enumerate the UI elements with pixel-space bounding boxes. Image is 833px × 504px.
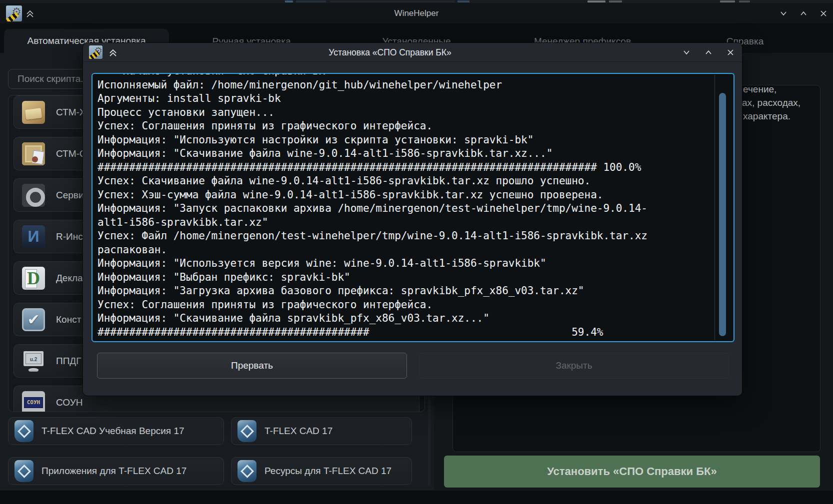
script-label: СОУН	[56, 397, 82, 408]
sliver-fragment	[609, 0, 622, 2]
install-log-text: Начало установки «СПО Справки БК»Исполня…	[92, 73, 734, 339]
dialog-button[interactable]: Прервать	[97, 353, 407, 379]
window-title: WineHelper	[0, 3, 833, 24]
script-icon: u.2	[22, 350, 45, 373]
log-line: alt1-i586-spravkibk.tar.xz"	[98, 216, 734, 230]
log-line: Информация: "Выбран префикс: spravki-bk"	[98, 271, 734, 285]
shortcut-button[interactable]: Приложения для T-FLEX CAD 17	[8, 457, 224, 485]
dialog-titlebar: Установка «СПО Справки БК»	[83, 43, 742, 62]
sliver-fragment	[285, 0, 293, 2]
log-line: Успех: Соглашения приняты из графическог…	[98, 298, 734, 312]
script-label: ППДГ	[56, 356, 81, 367]
description-fragment: ечение,	[743, 82, 776, 96]
script-label: СТМ-С	[56, 148, 86, 159]
log-line: распакован.	[98, 243, 734, 257]
dialog-minimize-icon[interactable]	[682, 48, 691, 57]
dialog-close-icon[interactable]	[726, 48, 735, 57]
sliver-fragment	[458, 0, 470, 2]
shortcut-label: Ресурсы для T-FLEX CAD 17	[264, 466, 392, 477]
dialog-button[interactable]: Закрыть	[419, 353, 729, 379]
shortcut-button[interactable]: T-FLEX CAD Учебная Версия 17	[8, 417, 224, 445]
log-line: Успех: Хэш-сумма файла wine-9.0.14-alt1-…	[98, 188, 734, 202]
log-line: Успех: Скачивание файла wine-9.0.14-alt1…	[98, 174, 734, 188]
log-scrollbar-thumb[interactable]	[719, 93, 726, 336]
log-line: Успех: Соглашения приняты из графическог…	[98, 119, 734, 133]
script-icon: И	[22, 225, 45, 248]
script-label: R-Инс	[56, 231, 83, 242]
log-line: Исполняемый файл: /home/minergenon/git_h…	[98, 78, 734, 92]
log-line: Начало установки «СПО Справки БК»	[98, 73, 734, 78]
sliver-fragment	[588, 0, 606, 2]
tflex-icon	[238, 460, 256, 482]
tflex-icon	[14, 460, 34, 482]
bottom-strip	[0, 491, 833, 504]
install-dialog: Установка «СПО Справки БК» Начало устано…	[82, 42, 742, 396]
log-line: Информация: "Скачивание файла wine-9.0.1…	[98, 147, 734, 161]
install-log-view: Начало установки «СПО Справки БК»Исполня…	[92, 73, 734, 342]
description-fragment: ах, расходах,	[742, 96, 800, 109]
log-line: Процесс установки запущен...	[98, 106, 734, 120]
log-line: Успех: Файл /home/minergenon/test-winehe…	[98, 229, 734, 243]
script-icon: ✔	[22, 308, 45, 331]
script-icon: СОУН	[22, 391, 45, 413]
description-fragment: характера.	[743, 109, 790, 123]
sliver-fragment	[330, 0, 455, 2]
script-icon	[22, 101, 45, 124]
log-line: Информация: "Используется версия wine: w…	[98, 257, 734, 271]
tflex-icon	[238, 420, 256, 442]
shortcut-button[interactable]: T-FLEX CAD 17	[231, 417, 412, 445]
log-line: Информация: "Скачивание файла spravkibk_…	[98, 312, 734, 326]
script-label: Декла	[56, 273, 83, 284]
shortcut-grid: T-FLEX CAD Учебная Версия 17 T-FLEX CAD …	[8, 417, 412, 485]
shortcut-label: T-FLEX CAD 17	[264, 426, 332, 437]
minimize-icon[interactable]	[779, 9, 788, 18]
tflex-icon	[14, 420, 34, 442]
shortcut-button[interactable]: Ресурсы для T-FLEX CAD 17	[231, 457, 412, 485]
log-line: ########################################…	[98, 326, 734, 340]
maximize-icon[interactable]	[799, 9, 808, 18]
script-icon	[22, 142, 45, 165]
log-line: Информация: "Загрузка архива базового пр…	[98, 284, 734, 298]
sliver-fragment	[739, 0, 750, 2]
script-icon	[22, 184, 45, 207]
dialog-maximize-icon[interactable]	[704, 48, 713, 57]
log-scrollbar-track-divider	[714, 75, 715, 340]
script-icon: D	[22, 267, 45, 290]
script-label: Серви	[56, 190, 84, 201]
dialog-title: Установка «СПО Справки БК»	[83, 43, 697, 62]
log-line: Информация: "Запуск распаковки архива /h…	[98, 202, 734, 216]
screen: WineHelper Автоматическая установкаРучна…	[0, 0, 833, 504]
log-line: Информация: "Используются настройки из с…	[98, 133, 734, 147]
shortcut-label: T-FLEX CAD Учебная Версия 17	[42, 426, 184, 437]
script-label: Конст	[56, 314, 81, 325]
main-window-controls	[779, 3, 828, 24]
log-line: ########################################…	[98, 161, 734, 175]
log-line: Аргументы: install spravki-bk	[98, 92, 734, 106]
sliver-fragment	[296, 0, 326, 2]
script-label: СТМ-Х	[56, 107, 86, 118]
dialog-window-controls	[682, 43, 735, 62]
shortcut-label: Приложения для T-FLEX CAD 17	[42, 466, 186, 477]
close-icon[interactable]	[819, 9, 828, 18]
install-button[interactable]: Установить «СПО Справки БК»	[444, 456, 820, 488]
dialog-button-row: ПрерватьЗакрыть	[97, 353, 729, 379]
sliver-fragment	[720, 0, 735, 2]
